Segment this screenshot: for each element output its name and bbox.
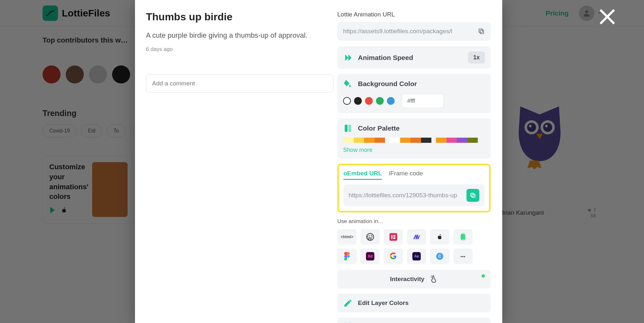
comment-input[interactable]	[146, 74, 333, 93]
tap-icon	[429, 275, 438, 283]
svg-rect-16	[393, 235, 395, 236]
integration-html[interactable]: <html>	[337, 229, 357, 245]
owl-illustration	[511, 103, 569, 174]
elementor-icon	[389, 233, 397, 241]
palettes	[343, 138, 485, 143]
svg-point-5	[529, 125, 532, 127]
play-store-icon	[49, 206, 57, 214]
integration-xd[interactable]: Xd	[360, 249, 380, 264]
svg-text:Ae: Ae	[414, 254, 419, 259]
animation-speed-panel: Animation Speed 1x	[337, 46, 491, 69]
lottie-url-label: Lottie Animation URL	[337, 11, 491, 18]
avatar[interactable]	[43, 65, 61, 83]
swatch-white[interactable]	[343, 97, 351, 105]
speed-title: Animation Speed	[358, 54, 463, 62]
edit-layer-colors-button[interactable]: Edit Layer Colors	[337, 294, 491, 312]
svg-point-4	[543, 123, 552, 132]
animation-title: Thumbs up birdie	[146, 11, 326, 23]
tag-pill[interactable]: Eid	[81, 124, 102, 137]
lottie-url-box: https://assets9.lottiefiles.com/packages…	[337, 22, 491, 41]
animation-stats: 7 55	[584, 207, 596, 218]
webflow-icon	[412, 232, 421, 241]
integration-ios[interactable]	[430, 229, 449, 245]
paint-bucket-icon	[343, 79, 353, 89]
speed-value[interactable]: 1x	[468, 52, 485, 64]
integration-android[interactable]	[453, 229, 473, 245]
avatar-icon	[579, 5, 594, 21]
show-more-link[interactable]: Show more	[343, 147, 485, 153]
avatar[interactable]	[66, 65, 84, 83]
tab-iframe[interactable]: iFrame code	[389, 170, 423, 180]
integration-c[interactable]: C	[430, 249, 449, 264]
download-icon	[584, 213, 589, 218]
interactivity-button[interactable]: Interactivity	[337, 270, 491, 289]
palette-option[interactable]	[343, 138, 385, 143]
status-dot-icon	[482, 274, 485, 278]
pricing-link[interactable]: Pricing	[546, 9, 569, 17]
svg-point-6	[545, 125, 548, 127]
svg-text:C: C	[438, 254, 441, 259]
swatch-red[interactable]	[365, 97, 373, 105]
svg-rect-8	[479, 29, 483, 33]
embed-tabs: oEmbed URL iFrame code	[343, 170, 485, 180]
figma-icon	[344, 252, 350, 260]
c-icon: C	[436, 252, 444, 260]
background-color-panel: Background Color	[337, 74, 491, 113]
promo-card[interactable]: Customize your animations' colors	[43, 155, 134, 224]
bg-title: Background Color	[358, 80, 485, 88]
author-name: Brian Karungani	[500, 209, 544, 216]
logo-mark-icon	[43, 5, 58, 21]
embed-url-row: https://lottiefiles.com/129053-thumbs-up	[343, 184, 485, 206]
integration-elementor[interactable]	[384, 229, 403, 245]
embed-highlight-box: oEmbed URL iFrame code https://lottiefil…	[337, 164, 491, 212]
swatch-blue[interactable]	[387, 97, 395, 105]
swatch-black[interactable]	[354, 97, 362, 105]
close-button[interactable]	[597, 6, 618, 27]
svg-text:Xd: Xd	[368, 254, 372, 259]
svg-rect-7	[480, 30, 484, 34]
site-logo[interactable]: LottieFiles	[43, 5, 110, 21]
palette-option[interactable]	[389, 138, 431, 143]
tab-oembed[interactable]: oEmbed URL	[343, 170, 382, 180]
modal-left-pane: Thumbs up birdie A cute purple birdie gi…	[135, 0, 337, 323]
color-palette-panel: Color Palette Show more	[337, 118, 491, 159]
avatar[interactable]	[89, 65, 107, 83]
palette-title: Color Palette	[358, 124, 485, 132]
copy-icon[interactable]	[478, 28, 485, 35]
animation-description: A cute purple birdie giving a thumbs-up …	[146, 31, 326, 40]
tag-pill[interactable]: Covid-19	[43, 124, 77, 137]
ae-icon: Ae	[412, 252, 421, 260]
palette-option[interactable]	[436, 138, 478, 143]
test-mobile-button[interactable]: Test animation for mobile	[337, 318, 491, 323]
wordpress-icon	[366, 233, 374, 241]
palette-icon	[343, 123, 353, 133]
copy-icon	[470, 192, 476, 199]
svg-rect-18	[393, 238, 395, 239]
copy-embed-button[interactable]	[466, 189, 479, 202]
lottie-url-value[interactable]: https://assets9.lottiefiles.com/packages…	[343, 28, 475, 35]
tag-pill[interactable]: To	[107, 124, 126, 137]
xd-icon: Xd	[366, 252, 374, 260]
hex-input[interactable]	[402, 94, 444, 108]
svg-rect-9	[345, 125, 348, 132]
heart-icon	[587, 208, 591, 212]
integration-figma[interactable]	[337, 249, 357, 264]
integration-more[interactable]: •••	[453, 249, 473, 264]
apple-icon	[60, 206, 68, 214]
google-icon	[389, 252, 397, 260]
pencil-icon	[343, 298, 353, 308]
avatar[interactable]	[112, 65, 130, 83]
modal-right-pane: Lottie Animation URL https://assets9.lot…	[337, 0, 502, 323]
integration-webflow[interactable]	[407, 229, 426, 245]
animation-detail-modal: Thumbs up birdie A cute purple birdie gi…	[135, 0, 502, 323]
integration-google[interactable]	[384, 249, 403, 264]
svg-rect-12	[471, 193, 474, 196]
swatch-green[interactable]	[376, 97, 384, 105]
embed-url-value[interactable]: https://lottiefiles.com/129053-thumbs-up	[349, 192, 463, 199]
integration-after-effects[interactable]: Ae	[407, 249, 426, 264]
svg-rect-15	[391, 235, 392, 239]
integration-wordpress[interactable]	[360, 229, 380, 245]
android-icon	[459, 233, 467, 241]
integration-grid: <html> Xd Ae C •••	[337, 229, 491, 264]
promo-text: Customize your animations' colors	[49, 162, 89, 202]
